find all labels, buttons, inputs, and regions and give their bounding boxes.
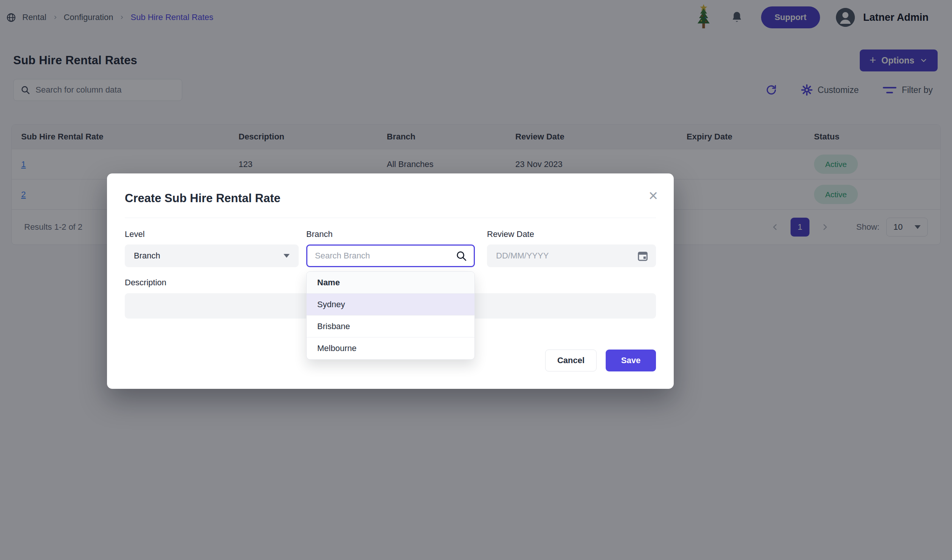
close-icon[interactable]: × <box>648 188 658 204</box>
review-date-placeholder: DD/MM/YYYY <box>496 251 549 261</box>
search-icon <box>456 250 467 261</box>
level-select-value: Branch <box>134 251 160 261</box>
modal-header-divider <box>125 218 656 218</box>
cancel-button[interactable]: Cancel <box>545 350 597 371</box>
calendar-icon[interactable] <box>637 250 648 261</box>
level-label: Level <box>125 229 145 239</box>
dropdown-header: Name <box>307 272 474 294</box>
branch-search-input[interactable] <box>315 251 451 261</box>
modal-actions: Cancel Save <box>545 350 656 371</box>
review-date-field[interactable]: DD/MM/YYYY <box>487 244 656 267</box>
create-sub-hire-rental-rate-modal: Create Sub Hire Rental Rate × Level Bran… <box>107 173 674 389</box>
save-button[interactable]: Save <box>606 350 656 371</box>
dropdown-option-melbourne[interactable]: Melbourne <box>307 337 474 359</box>
dropdown-option-sydney[interactable]: Sydney <box>307 294 474 316</box>
branch-label: Branch <box>306 229 333 239</box>
level-select[interactable]: Branch <box>125 244 299 267</box>
review-date-label: Review Date <box>487 229 534 239</box>
modal-title: Create Sub Hire Rental Rate <box>125 192 281 205</box>
description-label: Description <box>125 278 166 288</box>
branch-search-field[interactable] <box>306 244 475 267</box>
dropdown-option-brisbane[interactable]: Brisbane <box>307 316 474 337</box>
caret-down-icon <box>284 254 290 258</box>
branch-options-dropdown: Name Sydney Brisbane Melbourne <box>306 271 475 360</box>
